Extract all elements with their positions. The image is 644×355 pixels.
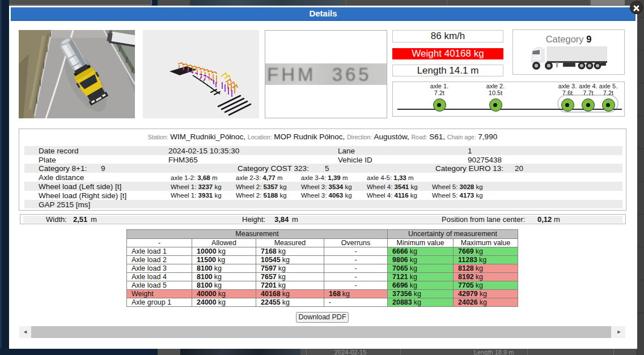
background-row-border [637, 116, 644, 116]
row-sublabel: Category EURO 13: [435, 164, 503, 173]
table-cell: Maximum value [454, 238, 518, 247]
sub-measure-unit: kg [476, 192, 482, 199]
location-value: MOP Rudnik Północ, [274, 132, 345, 141]
sub-measure-unit: kg [214, 192, 221, 199]
background-sidebar-bottom [0, 348, 158, 355]
table-cell: 10000kg [192, 247, 256, 255]
row-label: Plate [39, 156, 56, 164]
table-cell: - [324, 255, 388, 264]
scan-visualization [143, 30, 259, 118]
table-cell: 40000kg [192, 289, 256, 298]
sub-measure: Wheel 5: 4173 kg [432, 192, 483, 199]
table-cell: 7705kg [454, 281, 518, 289]
sub-measure-value: 5188 [264, 192, 278, 199]
row-label: Date record [39, 147, 79, 155]
dialog-titlebar[interactable]: Details [11, 7, 635, 21]
table-cell: 8100kg [192, 272, 256, 281]
plate-value: FHM365 [168, 156, 198, 164]
sub-measure: axle 4-5: 1,33 m [367, 174, 414, 181]
sub-measure-label: Wheel 3: [301, 192, 327, 199]
sub-measure: Wheel 1: 3931 kg [171, 192, 222, 199]
row-plate: Plate FHM365 Vehicle ID 90275438 [24, 155, 622, 164]
scan-visualization-image [143, 30, 259, 118]
scroll-right-button[interactable]: ► [613, 326, 625, 338]
category-euro-value: 20 [515, 164, 523, 173]
table-row-axle-load-2: Axle load 2 11500kg 10545kg - 9806kg 112… [127, 255, 518, 264]
plate-text: FHM 365 [267, 64, 387, 85]
sub-measure-unit: kg [279, 183, 286, 190]
background-right-edge [637, 0, 644, 355]
cell-unit: kg [479, 256, 486, 264]
cell-value: 40168 [261, 290, 281, 298]
sub-measure-unit: kg [279, 192, 286, 199]
cell-unit: kg [218, 298, 226, 306]
axle-load: 10.5t [478, 90, 512, 97]
sub-measure-value: 4173 [460, 192, 474, 199]
scroll-left-button[interactable]: ◄ [19, 326, 31, 338]
row-label: Wheel load (Left side) [t] [39, 182, 121, 191]
background-row-border [637, 50, 644, 50]
table-cell: - [324, 281, 388, 289]
table-cell: 8100kg [192, 281, 256, 289]
plate-photo: FHM 365 [265, 63, 387, 85]
cell-value: 7669 [458, 247, 474, 255]
cell-value: 42979 [458, 290, 478, 298]
sub-measure: Wheel 5: 3028 kg [432, 183, 483, 190]
sub-measure-value: 3,68 [197, 174, 210, 181]
cell-unit: kg [342, 290, 350, 298]
sub-measure: axle 3-4: 1,39 m [301, 174, 348, 181]
cell-unit: kg [278, 264, 286, 272]
cell-value: 7065 [392, 264, 408, 272]
table-row-axle-load-4: Axle load 4 8100kg 7657kg - 7121kg 8192k… [127, 272, 518, 281]
close-button[interactable] [630, 1, 643, 14]
length-box: Length 14.1 m [392, 65, 503, 76]
row-axle-distance: Axle distance axle 1-2: 3,68 m axle 2-3:… [24, 173, 622, 182]
background-cell-border [400, 349, 401, 355]
table-cell: 7121kg [388, 272, 454, 281]
wheel-hub-dot [586, 103, 590, 107]
background-row-border [637, 247, 644, 247]
height-label: Height: [242, 215, 265, 224]
sub-measure-value: 3534 [329, 183, 344, 190]
table-cell: 168kg [324, 289, 388, 298]
cell-value: 6696 [392, 281, 408, 289]
cell-value: 11283 [458, 256, 477, 264]
horizontal-scrollbar[interactable]: ◄ ► [19, 326, 625, 338]
sub-measure-label: axle 4-5: [367, 174, 392, 181]
axle-5: axle 5. 7.2t [591, 83, 625, 96]
table-cell: 24000kg [192, 298, 256, 306]
wheel-icon [602, 99, 615, 112]
cell-unit: kg [278, 247, 286, 255]
background-row-border [637, 83, 644, 83]
cell-unit: kg [218, 247, 226, 255]
station-line-label: Direction: [347, 134, 372, 140]
weight-alert-box: Weight 40168 kg [392, 48, 503, 59]
table-cell: - [324, 272, 388, 281]
sub-measure: axle 1-2: 3,68 m [171, 174, 218, 181]
row-date-record: Date record 2024-02-15 10:35:30 Lane 1 [24, 146, 622, 155]
scroll-right-icon: ► [617, 329, 622, 335]
position-value: 0,12 [537, 215, 552, 224]
background-row-border [637, 214, 644, 215]
table-cell: Measured [256, 238, 324, 247]
row-label: GAP 2515 [ms] [39, 200, 90, 209]
row-label: Wheel load (Right side) [t] [39, 191, 126, 200]
sub-measure: Wheel 2: 5188 kg [236, 192, 287, 199]
sub-measure: Wheel 4: 4116 kg [367, 192, 417, 199]
wheel-icon [433, 99, 446, 112]
row-label: Category 8+1: [39, 164, 87, 173]
table-cell: Overruns [324, 238, 388, 247]
sub-measure: Wheel 3: 4063 kg [301, 192, 352, 199]
width-value: 2,51 [73, 215, 87, 224]
wheel-icon [489, 99, 502, 112]
table-cell: 10545kg [256, 255, 324, 264]
dimensions-band [23, 216, 622, 223]
download-pdf-button[interactable]: Download PDF [296, 312, 349, 323]
width-unit: m [91, 215, 97, 224]
table-cell: Axle load 4 [127, 272, 192, 281]
table-cell: - [324, 298, 388, 306]
category-label: Category [546, 34, 584, 44]
cell-value: 24000 [197, 298, 217, 306]
scrollbar-thumb[interactable] [31, 326, 611, 338]
row-sublabel: Lane [338, 147, 355, 155]
